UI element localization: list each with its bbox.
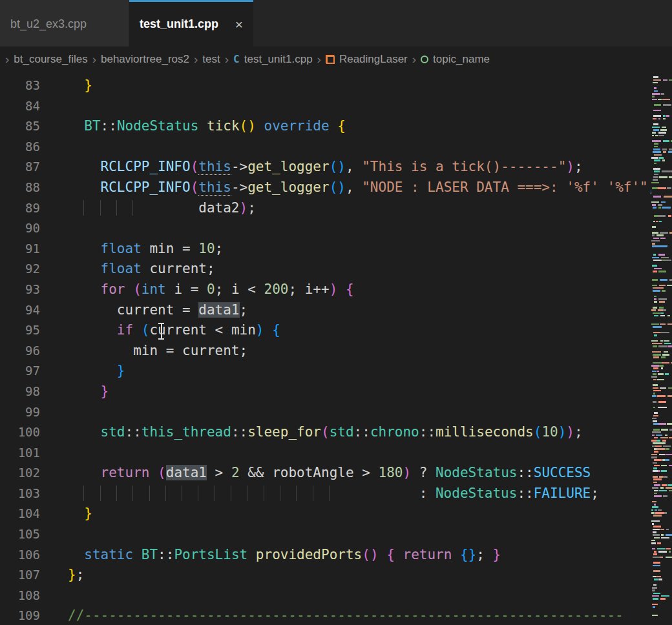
line-number[interactable]: 90 [0,218,40,239]
code-text[interactable]: for (int i = 0; i < 200; i++) { [40,280,354,300]
line-number[interactable]: 95 [0,320,40,341]
code-line[interactable]: 106 static BT::PortsList providedPorts()… [0,545,672,566]
breadcrumb-item-behaviortree_ros2[interactable]: behaviortree_ros2 [101,53,189,66]
code-text[interactable]: min = current; [40,341,247,362]
code-line[interactable]: 89 data2); [0,198,672,219]
code-text[interactable] [40,96,68,117]
line-number[interactable]: 104 [0,504,40,524]
code-line[interactable]: 93 for (int i = 0; i < 200; i++) { [0,280,672,300]
code-text[interactable]: } [40,361,125,382]
code-line[interactable]: 107}; [0,565,672,586]
breadcrumb-label: ReadingLaser [339,53,408,66]
code-text[interactable]: } [40,76,92,96]
code-line[interactable]: 100 std::this_thread::sleep_for(std::chr… [0,422,672,443]
minimap[interactable] [651,72,672,625]
line-number[interactable]: 99 [0,402,40,423]
code-text[interactable] [40,218,68,239]
code-line[interactable]: 99 [0,402,672,423]
breadcrumb-item-readinglaser[interactable]: ReadingLaser [326,53,408,66]
code-line[interactable]: 91 float min = 10; [0,239,672,260]
code-line[interactable]: 87 RCLCPP_INFO(this->get_logger(), "This… [0,157,672,178]
line-number[interactable]: 105 [0,524,40,545]
breadcrumb-item-topic_name[interactable]: topic_name [421,53,490,66]
code-line[interactable]: 94 current = data1; [0,300,672,321]
code-line[interactable]: 104 } [0,504,672,524]
code-line[interactable]: 95 if (current < min) { [0,320,672,341]
code-text[interactable]: current = data1; [40,300,247,321]
code-text[interactable]: if (current < min) { [40,320,280,341]
chevron-right-icon: › [5,53,9,65]
line-number[interactable]: 91 [0,239,40,260]
code-line[interactable]: 109//-----------------------------------… [0,606,672,625]
breadcrumb-label: test_unit1.cpp [244,53,313,66]
code-text[interactable]: RCLCPP_INFO(this->get_logger(), "NODE : … [40,178,672,198]
close-icon[interactable]: × [235,17,243,31]
code-text[interactable]: std::this_thread::sleep_for(std::chrono:… [40,422,583,443]
line-number[interactable]: 93 [0,280,40,300]
breadcrumb-item-test[interactable]: test [202,53,220,66]
code-text[interactable] [40,443,68,464]
code-text[interactable]: float current; [40,259,215,280]
code-line[interactable]: 105 [0,524,672,545]
line-number[interactable]: 97 [0,361,40,382]
code-line[interactable]: 103 : NodeStatus::FAILURE; [0,484,672,504]
code-line[interactable]: 98 } [0,382,672,402]
breadcrumb-item-test_unit1-cpp[interactable]: C test_unit1.cpp [233,53,313,66]
line-number[interactable]: 87 [0,157,40,178]
code-line[interactable]: 88 RCLCPP_INFO(this->get_logger(), "NODE… [0,178,672,198]
line-number[interactable]: 108 [0,586,40,606]
code-line[interactable]: 92 float current; [0,259,672,280]
code-text[interactable]: } [40,382,109,402]
code-text[interactable]: RCLCPP_INFO(this->get_logger(), "This is… [40,157,583,178]
line-number[interactable]: 107 [0,565,40,586]
line-number[interactable]: 98 [0,382,40,402]
line-number[interactable]: 100 [0,422,40,443]
code-text[interactable]: static BT::PortsList providedPorts() { r… [40,545,501,566]
code-line[interactable]: 86 [0,137,672,158]
code-text[interactable]: float min = 10; [40,239,223,260]
tab-bar: bt_u2_ex3.cpp test_unit1.cpp × [0,0,672,46]
code-text[interactable]: : NodeStatus::FAILURE; [40,484,599,504]
tab-bt_u2_ex3[interactable]: bt_u2_ex3.cpp [0,0,129,46]
breadcrumb-label: bt_course_files [14,53,87,66]
line-number[interactable]: 106 [0,545,40,566]
code-line[interactable]: 90 [0,218,672,239]
code-line[interactable]: 85 BT::NodeStatus tick() override { [0,116,672,137]
code-line[interactable]: 84 [0,96,672,117]
code-text[interactable]: //--------------------------------------… [40,606,624,625]
line-number[interactable]: 109 [0,606,40,625]
code-text[interactable] [40,137,68,158]
breadcrumb: › bt_course_files › behaviortree_ros2 › … [0,46,672,72]
line-number[interactable]: 101 [0,443,40,464]
code-text[interactable] [40,524,68,545]
chevron-right-icon: › [92,53,96,65]
line-number[interactable]: 84 [0,96,40,117]
code-text[interactable]: data2); [40,198,256,219]
code-text[interactable]: } [40,504,92,524]
line-number[interactable]: 92 [0,259,40,280]
line-number[interactable]: 88 [0,178,40,198]
line-number[interactable]: 103 [0,484,40,504]
code-line[interactable]: 102 return (data1 > 2 && robotAngle > 18… [0,463,672,484]
code-line[interactable]: 97 } [0,361,672,382]
line-number[interactable]: 85 [0,116,40,137]
breadcrumb-item-bt_course_files[interactable]: bt_course_files [14,53,87,66]
code-line[interactable]: 108 [0,586,672,606]
chevron-right-icon: › [412,53,416,65]
line-number[interactable]: 83 [0,76,40,96]
code-text[interactable] [40,586,68,606]
code-text[interactable]: BT::NodeStatus tick() override { [40,116,346,137]
line-number[interactable]: 96 [0,341,40,362]
line-number[interactable]: 86 [0,137,40,158]
code-text[interactable]: return (data1 > 2 && robotAngle > 180) ?… [40,463,591,484]
code-line[interactable]: 83 } [0,76,672,96]
code-line[interactable]: 101 [0,443,672,464]
line-number[interactable]: 94 [0,300,40,321]
code-text[interactable]: }; [40,565,84,586]
code-line[interactable]: 96 min = current; [0,341,672,362]
line-number[interactable]: 89 [0,198,40,219]
code-editor: 83 }8485 BT::NodeStatus tick() override … [0,72,672,625]
line-number[interactable]: 102 [0,463,40,484]
code-text[interactable] [40,402,68,423]
tab-test_unit1[interactable]: test_unit1.cpp × [129,0,253,46]
